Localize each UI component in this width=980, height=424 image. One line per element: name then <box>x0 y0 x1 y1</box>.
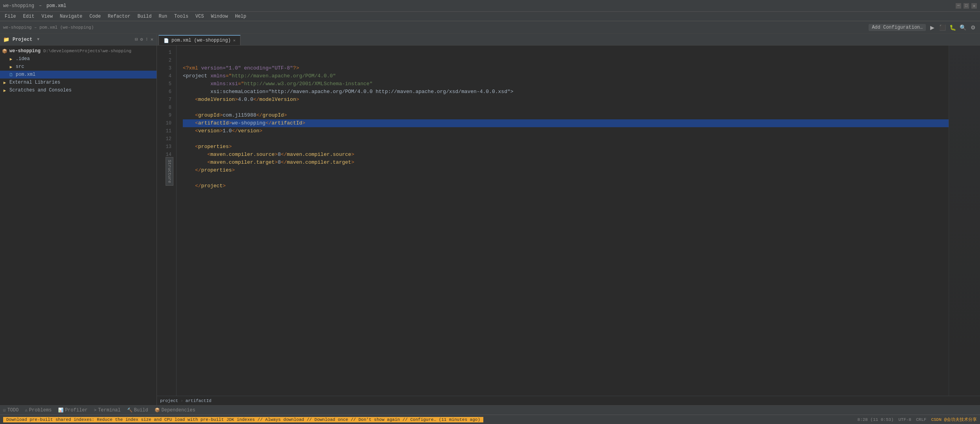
settings-button[interactable]: ⚙ <box>969 24 977 31</box>
bottom-panel: ☑TODO⚠Problems📊Profiler>Terminal🔨Build📦D… <box>0 405 980 415</box>
code-content[interactable]: <?xml version="1.0" encoding="UTF-8"?><p… <box>177 46 949 396</box>
menu-item-vcs[interactable]: VCS <box>192 13 207 20</box>
line-number-10: 10 <box>157 119 171 127</box>
breadcrumb: project › artifactId <box>157 396 980 405</box>
sort-icon[interactable]: ↕ <box>146 37 148 42</box>
code-line-12: <maven.compiler.source>8</maven.compiler… <box>183 151 949 159</box>
code-editor[interactable]: 12345678910111213141516 <?xml version="1… <box>157 46 980 396</box>
tree-label: Scratches and Consoles <box>9 88 71 93</box>
breadcrumb-separator: › <box>180 398 183 403</box>
status-csdn: CSDN @会功夫技术分享 <box>931 417 977 422</box>
title-file: pom.xml <box>46 3 66 9</box>
menu-item-edit[interactable]: Edit <box>20 13 38 20</box>
menu-item-run[interactable]: Run <box>155 13 170 20</box>
project-panel: 📁 Project ▼ ⊟ ⚙ ↕ ✕ 📦we-shopping D:\deve… <box>0 34 157 405</box>
code-line-1: <?xml version="1.0" encoding="UTF-8"?> <box>183 64 949 72</box>
add-configuration-button[interactable]: Add Configuration… <box>869 24 926 31</box>
collapse-all-icon[interactable]: ⊟ <box>135 37 138 42</box>
line-number-6: 6 <box>157 88 171 96</box>
status-warning-text: Download pre-built shared indexes: Reduc… <box>6 417 480 422</box>
maximize-button[interactable]: □ <box>964 3 969 9</box>
menu-item-navigate[interactable]: Navigate <box>56 13 86 20</box>
menu-item-help[interactable]: Help <box>232 13 250 20</box>
tree-item-Scratches and Consoles[interactable]: ▶Scratches and Consoles <box>0 86 157 94</box>
code-line-11: <properties> <box>183 143 949 151</box>
menu-item-window[interactable]: Window <box>208 13 231 20</box>
active-tab[interactable]: 📄 pom.xml (we-shopping) ✕ <box>158 35 240 45</box>
module-icon: 📦 <box>2 48 8 54</box>
code-line-14: </properties> <box>183 166 949 174</box>
structure-tab[interactable]: Structure <box>166 157 173 186</box>
stop-button[interactable]: ⬛ <box>938 24 946 31</box>
menu-item-code[interactable]: Code <box>86 13 104 20</box>
tree-item--idea[interactable]: ▶.idea <box>0 55 157 63</box>
bottom-panel-profiler[interactable]: 📊Profiler <box>58 408 88 413</box>
menu-item-file[interactable]: File <box>2 13 19 20</box>
run-button[interactable]: ▶ <box>928 24 936 31</box>
code-line-16: </project> <box>183 182 949 190</box>
project-header-icon: 📁 <box>3 37 9 43</box>
tab-label: pom.xml (we-shopping) <box>171 38 231 43</box>
tree-item-src[interactable]: ▶src <box>0 63 157 71</box>
folder-icon: ▶ <box>2 79 8 86</box>
run-bar-project: we-shopping – pom.xml (we-shopping) <box>3 25 94 30</box>
project-tree: 📦we-shopping D:\developmentProjects\we-s… <box>0 46 157 405</box>
code-line-15 <box>183 174 949 182</box>
line-number-4: 4 <box>157 72 171 80</box>
status-encoding[interactable]: UTF-8 <box>898 417 911 422</box>
menu-item-view[interactable]: View <box>38 13 56 20</box>
tree-item-we-shopping[interactable]: 📦we-shopping D:\developmentProjects\we-s… <box>0 47 157 55</box>
tree-label: pom.xml <box>16 72 35 77</box>
folder-icon: ▶ <box>8 64 14 70</box>
tree-label: External Libraries <box>9 80 60 85</box>
menu-item-refactor[interactable]: Refactor <box>105 13 134 20</box>
editor-tabs: 📄 pom.xml (we-shopping) ✕ <box>157 34 980 46</box>
terminal-icon: > <box>94 408 97 413</box>
project-header-title: Project <box>13 37 32 42</box>
menu-bar: FileEditViewNavigateCodeRefactorBuildRun… <box>0 12 980 21</box>
line-number-3: 3 <box>157 64 171 72</box>
line-number-2: 2 <box>157 57 171 64</box>
minimize-button[interactable]: ─ <box>956 3 961 9</box>
breadcrumb-item-artifactid[interactable]: artifactId <box>186 398 211 403</box>
tree-item-pom-xml[interactable]: 🗋pom.xml <box>0 71 157 79</box>
title-bar: we-shopping – pom.xml ─ □ ✕ <box>0 0 980 12</box>
code-line-5: <modelVersion>4.0.0</modelVersion> <box>183 96 949 104</box>
close-button[interactable]: ✕ <box>971 3 977 9</box>
line-numbers: 12345678910111213141516 <box>157 46 177 396</box>
line-number-5: 5 <box>157 80 171 88</box>
tree-item-External Libraries[interactable]: ▶External Libraries <box>0 79 157 86</box>
dependencies-icon: 📦 <box>155 408 160 413</box>
code-line-4: xsi:schemaLocation="http://maven.apache.… <box>183 88 949 96</box>
title-separator: – <box>39 3 42 9</box>
status-position[interactable]: 8:28 (11 0:53) <box>858 417 894 422</box>
line-number-13: 13 <box>157 143 171 151</box>
search-everywhere-button[interactable]: 🔍 <box>959 24 967 31</box>
code-line-6 <box>183 104 949 111</box>
mini-map[interactable] <box>949 46 980 396</box>
build-icon: 🔨 <box>127 408 133 413</box>
tab-close-button[interactable]: ✕ <box>233 38 235 43</box>
code-line-9: <version>1.0</version> <box>183 127 949 135</box>
code-line-3: xmlns:xsi="http://www.w3.org/2001/XMLSch… <box>183 80 949 88</box>
file-icon: 🗋 <box>8 71 14 78</box>
settings-icon[interactable]: ⚙ <box>140 37 143 42</box>
status-line-sep[interactable]: CRLF <box>916 417 926 422</box>
project-header-dropdown[interactable]: ▼ <box>37 37 39 42</box>
bottom-panel-todo[interactable]: ☑TODO <box>3 408 18 413</box>
bottom-panel-build[interactable]: 🔨Build <box>127 408 148 413</box>
bottom-panel-terminal[interactable]: >Terminal <box>94 408 120 413</box>
todo-icon: ☑ <box>3 408 6 413</box>
breadcrumb-item-project[interactable]: project <box>160 398 178 403</box>
bottom-panel-problems[interactable]: ⚠Problems <box>25 408 51 413</box>
title-app: we-shopping <box>3 3 34 9</box>
debug-button[interactable]: 🐛 <box>949 24 956 31</box>
code-line-13: <maven.compiler.target>8</maven.compiler… <box>183 159 949 166</box>
menu-item-build[interactable]: Build <box>134 13 155 20</box>
warning-icon: ⚠ <box>25 408 27 413</box>
menu-item-tools[interactable]: Tools <box>171 13 191 20</box>
bottom-panel-dependencies[interactable]: 📦Dependencies <box>155 408 195 413</box>
status-warning-banner[interactable]: Download pre-built shared indexes: Reduc… <box>3 417 483 422</box>
close-panel-icon[interactable]: ✕ <box>151 37 153 42</box>
project-panel-header: 📁 Project ▼ ⊟ ⚙ ↕ ✕ <box>0 34 157 46</box>
